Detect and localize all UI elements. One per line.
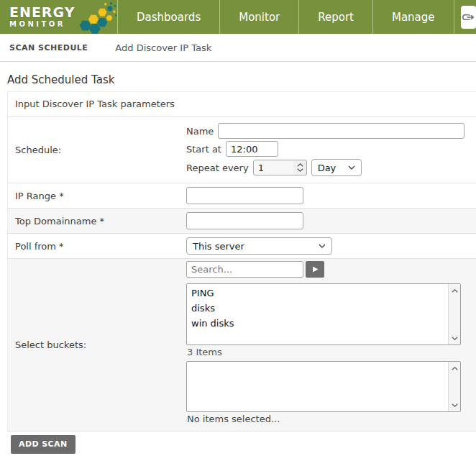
chevron-down-icon [319, 244, 326, 248]
chevron-down-icon [297, 168, 303, 172]
start-at-input[interactable] [226, 141, 278, 157]
chevron-down-icon [452, 337, 458, 340]
quick-link-button[interactable] [461, 6, 476, 29]
form-params-header: Input Discover IP Task parameters [8, 92, 476, 117]
add-scan-button[interactable]: ADD SCAN [11, 435, 75, 454]
breadcrumb: SCAN SCHEDULE Add Discover IP Task [0, 34, 476, 62]
chevron-up-icon [297, 163, 303, 167]
logo-text: ENERGY MONITOR [9, 6, 75, 28]
link-icon [461, 10, 475, 24]
top-domainname-row: Top Domainname * [8, 209, 476, 234]
listbox-scrollbar[interactable] [448, 362, 460, 411]
chevron-down-icon [452, 403, 458, 407]
name-input[interactable] [218, 123, 464, 139]
ip-range-input[interactable] [186, 187, 303, 204]
nav-item-dashboards[interactable]: Dashboards [117, 0, 219, 34]
ip-range-label: IP Range * [8, 183, 186, 208]
repeat-every-label: Repeat every [186, 163, 249, 173]
poll-from-row: Poll from * This server [8, 234, 476, 259]
schedule-row: Schedule: Name Start at Repeat every 1 [8, 117, 476, 183]
poll-from-value: This server [193, 241, 244, 252]
bucket-search-button[interactable] [306, 261, 324, 278]
repeat-unit-value: Day [318, 163, 337, 173]
repeat-interval-value: 1 [254, 160, 294, 175]
hexagon-cluster-icon [78, 0, 117, 36]
name-label: Name [186, 126, 214, 137]
page-title: Add Scheduled Task [7, 73, 476, 86]
repeat-interval-stepper[interactable]: 1 [253, 160, 307, 175]
nav-item-monitor[interactable]: Monitor [219, 0, 298, 34]
chevron-down-icon [348, 165, 355, 170]
nav-item-report[interactable]: Report [298, 0, 372, 34]
app-logo[interactable]: ENERGY MONITOR [0, 0, 117, 34]
top-domainname-label: Top Domainname * [8, 209, 186, 233]
no-items-selected-text: No items selected... [187, 414, 476, 424]
select-buckets-row: Select buckets: PING disks win disks [8, 259, 476, 432]
bucket-option[interactable]: win disks [187, 316, 460, 331]
stepper-arrows[interactable] [294, 160, 306, 175]
breadcrumb-page: Add Discover IP Task [115, 42, 211, 53]
logo-text-monitor: MONITOR [9, 21, 75, 28]
ip-range-row: IP Range * [8, 183, 476, 209]
bucket-option[interactable]: disks [187, 301, 460, 316]
chevron-up-icon [452, 367, 458, 370]
repeat-unit-select[interactable]: Day [311, 159, 362, 176]
main-nav: Dashboards Monitor Report Manage [117, 0, 454, 34]
select-buckets-label: Select buckets: [8, 259, 186, 431]
start-at-label: Start at [186, 144, 221, 155]
available-buckets-listbox[interactable]: PING disks win disks [186, 283, 461, 345]
poll-from-label: Poll from * [8, 234, 186, 258]
bucket-option[interactable]: PING [187, 286, 460, 301]
scroll-up-button[interactable] [450, 365, 459, 372]
scroll-down-button[interactable] [450, 401, 459, 408]
logo-text-energy: ENERGY [9, 6, 75, 19]
scroll-down-button[interactable] [450, 334, 459, 342]
task-form: Input Discover IP Task parameters Schedu… [7, 91, 476, 432]
poll-from-select[interactable]: This server [186, 237, 332, 255]
selected-buckets-listbox[interactable] [186, 361, 461, 412]
schedule-label: Schedule: [8, 117, 186, 183]
scroll-up-button[interactable] [450, 287, 459, 294]
play-arrow-icon [311, 265, 319, 273]
listbox-scrollbar[interactable] [448, 284, 460, 344]
bucket-search-input[interactable] [186, 261, 303, 278]
top-domainname-input[interactable] [186, 212, 303, 229]
nav-item-manage[interactable]: Manage [372, 0, 454, 34]
chevron-up-icon [452, 289, 458, 293]
available-count-text: 3 Items [187, 347, 476, 357]
breadcrumb-section[interactable]: SCAN SCHEDULE [9, 43, 88, 53]
top-nav-bar: ENERGY MONITOR Dashboards Monitor Report… [0, 0, 476, 34]
